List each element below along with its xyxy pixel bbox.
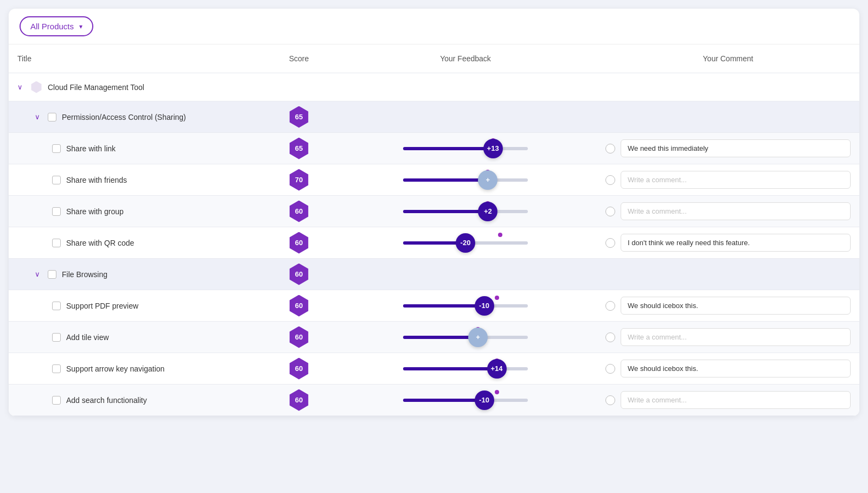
slider-thumb[interactable]: +2: [478, 202, 497, 221]
slider-fill: [403, 367, 497, 370]
subitem-title-cell: Share with QR code: [9, 233, 264, 253]
subitem-title: Share with group: [66, 207, 124, 216]
subitem-checkbox[interactable]: [52, 302, 61, 310]
slider-fill: [403, 399, 484, 402]
slider-thumb[interactable]: +14: [487, 359, 507, 379]
comment-radio[interactable]: [605, 175, 615, 185]
comment-cell: [597, 202, 859, 220]
slider-fill: [403, 336, 478, 339]
item-title: Permission/Access Control (Sharing): [62, 113, 186, 121]
comment-input[interactable]: [621, 171, 851, 189]
subitem-checkbox[interactable]: [52, 364, 61, 373]
subitem-row: Share with QR code 60 -20: [9, 227, 859, 259]
slider-track: -10: [403, 399, 528, 402]
feedback-cell: -10: [334, 389, 597, 411]
comment-input[interactable]: [621, 234, 851, 252]
slider-thumb[interactable]: +13: [483, 139, 503, 158]
comment-input[interactable]: [621, 202, 851, 220]
comment-input[interactable]: [621, 328, 851, 346]
slider-track: +2: [403, 210, 528, 213]
subitem-title-cell: Support PDF preview: [9, 296, 264, 316]
score-badge: 60: [288, 201, 310, 222]
subitem-checkbox[interactable]: [52, 239, 61, 247]
comment-radio[interactable]: [605, 395, 615, 405]
subitem-checkbox[interactable]: [52, 333, 61, 342]
subitem-title: Support PDF preview: [66, 302, 138, 310]
feedback-cell: -10: [334, 295, 597, 317]
group-title: Cloud File Management Tool: [48, 83, 144, 92]
dropdown-label: All Products: [30, 22, 74, 31]
expand-icon[interactable]: ∨: [17, 83, 23, 91]
slider-dot: [495, 390, 499, 394]
comment-radio[interactable]: [605, 207, 615, 216]
slider-dot: [498, 233, 502, 237]
comment-cell: [597, 171, 859, 189]
slider-fill: [403, 178, 488, 182]
feedback-cell: +14: [334, 358, 597, 380]
col-feedback: Your Feedback: [334, 44, 597, 73]
subitem-checkbox[interactable]: [52, 396, 61, 405]
item-row: ∨ Permission/Access Control (Sharing) 65: [9, 101, 859, 133]
slider-thumb[interactable]: -10: [475, 296, 494, 316]
slider-track: +: [403, 336, 528, 339]
slider-container[interactable]: +: [403, 169, 528, 191]
slider-track: -10: [403, 304, 528, 308]
slider-thumb[interactable]: +: [468, 328, 488, 347]
comment-input[interactable]: [621, 360, 851, 377]
slider-container[interactable]: -10: [403, 295, 528, 317]
subitem-row: Support PDF preview 60 -10: [9, 290, 859, 322]
subitem-row: Add search functionality 60 -10: [9, 385, 859, 416]
all-products-dropdown[interactable]: All Products ▾: [20, 16, 93, 36]
col-title: Title: [9, 44, 264, 73]
subitem-checkbox[interactable]: [52, 144, 61, 153]
slider-container[interactable]: +2: [403, 201, 528, 222]
slider-container[interactable]: -20: [403, 232, 528, 254]
slider-thumb[interactable]: +: [478, 170, 497, 190]
subitem-score-cell: 70: [264, 169, 334, 191]
feedback-cell: +: [334, 169, 597, 191]
subitem-score-cell: 60: [264, 389, 334, 411]
slider-track: +13: [403, 147, 528, 150]
comment-radio[interactable]: [605, 144, 615, 153]
subitem-title-cell: Support arrow key navigation: [9, 359, 264, 379]
slider-container[interactable]: -10: [403, 389, 528, 411]
subitem-title-cell: Share with link: [9, 139, 264, 158]
group-title-cell: ∨ Cloud File Management Tool: [9, 75, 264, 100]
slider-fill: [403, 210, 488, 213]
item-checkbox[interactable]: [48, 270, 56, 279]
slider-container[interactable]: +: [403, 326, 528, 348]
comment-input[interactable]: [621, 139, 851, 157]
top-bar: All Products ▾: [9, 9, 859, 44]
comment-radio[interactable]: [605, 332, 615, 342]
comment-radio[interactable]: [605, 238, 615, 248]
slider-dot: [495, 296, 499, 300]
subitem-checkbox[interactable]: [52, 207, 61, 216]
slider-fill: [403, 147, 493, 150]
comment-radio[interactable]: [605, 364, 615, 374]
subitem-checkbox[interactable]: [52, 176, 61, 184]
group-row: ∨ Cloud File Management Tool: [9, 73, 859, 101]
comment-cell: [597, 139, 859, 157]
slider-thumb[interactable]: -10: [475, 390, 494, 410]
slider-thumb[interactable]: -20: [456, 233, 475, 253]
subitem-title: Add tile view: [66, 333, 109, 342]
expand-icon[interactable]: ∨: [35, 113, 40, 121]
slider-container[interactable]: +14: [403, 358, 528, 380]
subitem-score-cell: 60: [264, 201, 334, 222]
score-badge: 65: [288, 106, 310, 128]
item-score-cell: 65: [264, 106, 334, 128]
slider-fill: [403, 304, 484, 308]
item-row: ∨ File Browsing 60: [9, 259, 859, 290]
comment-radio[interactable]: [605, 301, 615, 311]
expand-icon[interactable]: ∨: [35, 270, 40, 278]
subitem-title: Support arrow key navigation: [66, 364, 164, 373]
feedback-cell: +13: [334, 138, 597, 159]
comment-input[interactable]: [621, 297, 851, 315]
item-checkbox[interactable]: [48, 113, 56, 121]
slider-container[interactable]: +13: [403, 138, 528, 159]
comment-input[interactable]: [621, 391, 851, 409]
comment-cell: [597, 297, 859, 315]
comment-cell: [597, 360, 859, 377]
table-header: Title Score Your Feedback Your Comment: [9, 44, 859, 73]
item-title: File Browsing: [62, 270, 107, 279]
